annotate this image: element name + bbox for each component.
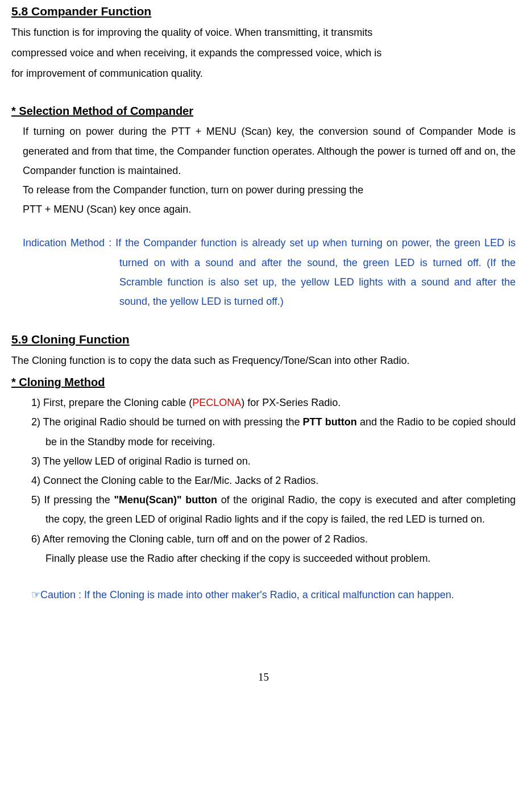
section-5-8-para3: for improvement of communication quality… (11, 64, 516, 83)
cloning-cable-code: PECLONA (192, 397, 241, 408)
caution-block: ☞Caution : If the Cloning is made into o… (11, 585, 516, 604)
cloning-step-3: 3) The yellow LED of original Radio is t… (31, 451, 516, 471)
indication-method-label: Indication Method : (23, 237, 115, 248)
compander-selection-para1: If turning on power during the PTT + MEN… (11, 122, 516, 180)
indication-method-text: If the Compander function is already set… (115, 237, 516, 307)
indication-method-block: Indication Method : If the Compander fun… (11, 233, 516, 311)
section-5-9-intro: The Cloning function is to copy the data… (11, 351, 516, 370)
cloning-step-6-sub: Finally please use the Radio after check… (31, 549, 516, 568)
compander-selection-heading: * Selection Method of Compander (11, 100, 516, 122)
cloning-step-1: 1) First, prepare the Cloning cable (PEC… (31, 393, 516, 412)
cloning-method-heading: * Cloning Method (11, 371, 516, 393)
compander-selection-para3: PTT + MENU (Scan) key once again. (11, 200, 516, 219)
caution-text: ☞Caution : If the Cloning is made into o… (31, 585, 516, 604)
cloning-step-4: 4) Connect the Cloning cable to the Ear/… (31, 471, 516, 490)
section-5-8-heading: 5.8 Compander Function (11, 0, 516, 23)
menu-scan-button-label: "Menu(Scan)" button (114, 494, 217, 506)
section-5-9-heading: 5.9 Cloning Function (11, 328, 516, 351)
cloning-step-2-pre: 2) The original Radio should be turned o… (31, 416, 303, 428)
cloning-step-2: 2) The original Radio should be turned o… (31, 412, 516, 451)
ptt-button-label: PTT button (303, 416, 357, 428)
cloning-method-list: 1) First, prepare the Cloning cable (PEC… (11, 393, 516, 568)
cloning-step-1-post: ) for PX-Series Radio. (241, 397, 341, 408)
cloning-step-5-pre: 5) If pressing the (31, 494, 114, 506)
cloning-step-6: 6) After removing the Cloning cable, tur… (31, 529, 516, 549)
section-5-8-para2: compressed voice and when receiving, it … (11, 43, 516, 63)
cloning-step-1-pre: 1) First, prepare the Cloning cable ( (31, 397, 192, 408)
page-number: 15 (11, 667, 516, 687)
cloning-step-5: 5) If pressing the "Menu(Scan)" button o… (31, 490, 516, 529)
compander-selection-para2: To release from the Compander function, … (11, 180, 516, 200)
section-5-8-para1: This function is for improving the quali… (11, 23, 516, 42)
